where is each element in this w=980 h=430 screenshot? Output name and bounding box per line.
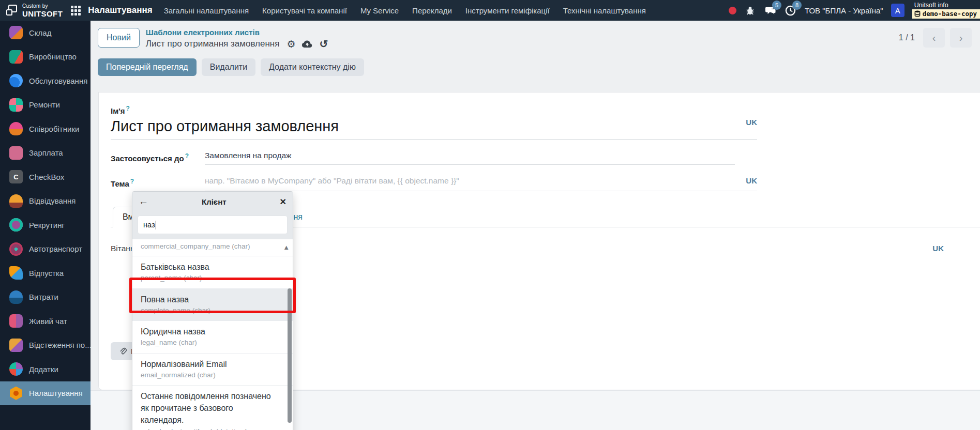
settings-icon [9, 387, 23, 400]
database-icon [914, 10, 921, 17]
menu-general-settings[interactable]: Загальні налаштування [164, 6, 249, 15]
employees-icon [9, 122, 23, 135]
body-lang-badge[interactable]: UK [932, 244, 944, 253]
menu-translations[interactable]: Переклади [412, 6, 452, 15]
popover-title: Клієнт [148, 197, 280, 206]
field-item-calendar-last-notif-ack[interactable]: Останнє повідомлення позначено як прочит… [132, 386, 293, 430]
name-lang-badge[interactable]: UK [746, 118, 757, 127]
subject-input[interactable]: напр. "Вітаємо в MyCompany" або "Раді ві… [205, 176, 746, 186]
apps-grid-icon[interactable] [71, 6, 81, 16]
db-info-label: Unitsoft info [912, 2, 948, 9]
sidebar-item-livechat[interactable]: Живий чат [0, 309, 91, 333]
menu-technical-settings[interactable]: Технічні налаштування [563, 6, 646, 15]
field-item-legal-name[interactable]: Юридична назва legal_name (char) [132, 321, 293, 353]
dynamic-placeholder-popover: ← Клієнт ✕ наз commercial_company_name (… [132, 191, 293, 430]
record-pager: 1 / 1 ‹ › [899, 28, 972, 48]
warehouse-icon [9, 26, 23, 39]
add-context-action-button[interactable]: Додати контекстну дію [261, 58, 364, 76]
maintenance-icon [9, 74, 23, 87]
applies-help-icon[interactable]: ? [185, 152, 189, 160]
tracking-icon [9, 339, 23, 352]
field-item-email-normalized[interactable]: Нормалізований Email email_normalized (c… [132, 354, 293, 386]
popover-search-area: наз [132, 211, 293, 239]
company-switcher[interactable]: ТОВ "БПЛА - Україна" [805, 6, 883, 15]
sidebar-item-recruitment[interactable]: Рекрутинг [0, 213, 91, 237]
pager-counter: 1 / 1 [899, 33, 915, 42]
top-navbar: Custom by UNITSOFT Налаштування Загальні… [0, 0, 980, 21]
sidebar-item-expenses[interactable]: Витрати [0, 285, 91, 310]
breadcrumb: Шаблони електронних листів Лист про отри… [146, 28, 328, 50]
subject-lang-badge[interactable]: UK [746, 176, 757, 186]
action-buttons: Попередній перегляд Видалити Додати конт… [91, 50, 980, 76]
sidebar-item-maintenance[interactable]: Обслуговування [0, 69, 91, 93]
delete-button[interactable]: Видалити [202, 58, 255, 76]
popover-search-input[interactable]: наз [138, 216, 288, 234]
app-sidebar: Склад Виробництво Обслуговування Ремонти… [0, 21, 91, 430]
sidebar-item-repairs[interactable]: Ремонти [0, 93, 91, 117]
pager-previous-button[interactable]: ‹ [923, 28, 945, 48]
messages-badge: 5 [772, 1, 781, 10]
sidebar-item-fleet[interactable]: Автотранспорт [0, 237, 91, 262]
subject-help-icon[interactable]: ? [130, 178, 134, 185]
sidebar-item-manufacturing[interactable]: Виробництво [0, 45, 91, 69]
menu-my-service[interactable]: My Service [360, 6, 399, 15]
timeoff-icon [9, 266, 23, 280]
user-avatar[interactable]: A [891, 4, 904, 17]
field-item-parent-name[interactable]: Батьківська назва parent_name (char) [132, 256, 293, 288]
text-cursor [156, 221, 156, 229]
messages-icon[interactable]: 5 [764, 4, 777, 17]
bug-icon[interactable] [744, 4, 757, 17]
recording-indicator-icon[interactable] [729, 7, 736, 14]
name-field-label: Ім'я [111, 106, 125, 115]
gear-icon[interactable]: ⚙ [287, 38, 295, 50]
sidebar-item-timeoff[interactable]: Відпустка [0, 261, 91, 285]
payroll-icon [9, 146, 23, 160]
sidebar-item-checkbox[interactable]: CCheckBox [0, 165, 91, 189]
sidebar-item-warehouse[interactable]: Склад [0, 21, 91, 45]
activities-clock-icon[interactable]: 8 [785, 4, 797, 17]
sidebar-item-apps[interactable]: Додатки [0, 357, 91, 381]
subject-label: Тема [111, 180, 129, 189]
sidebar-item-payroll[interactable]: Зарплата [0, 141, 91, 165]
breadcrumb-parent-link[interactable]: Шаблони електронних листів [146, 28, 328, 37]
sidebar-item-tracking[interactable]: Відстеження по... [0, 333, 91, 358]
applies-to-label: Застосовується до [111, 155, 184, 163]
popover-header: ← Клієнт ✕ [132, 192, 293, 211]
current-app-menu[interactable]: Налаштування [88, 5, 153, 16]
database-info: Unitsoft info demo-base-copy [912, 2, 980, 19]
applies-to-input[interactable]: Замовлення на продаж [205, 151, 735, 165]
menu-users-companies[interactable]: Користувачі та компанії [262, 6, 347, 15]
pager-next-button[interactable]: › [950, 28, 972, 48]
field-item-complete-name[interactable]: Повна назва complete_name (char) [132, 289, 293, 321]
expenses-icon [9, 290, 23, 304]
popover-scrollbar[interactable] [288, 288, 292, 423]
manufacturing-icon [9, 50, 23, 64]
close-icon[interactable]: ✕ [280, 197, 287, 207]
menu-gamification-tools[interactable]: Інструменти геміфікації [465, 6, 550, 15]
new-button[interactable]: Новий [98, 28, 140, 48]
field-item-commercial-company-name[interactable]: commercial_company_name (char) [132, 239, 293, 256]
attendance-icon [9, 194, 23, 208]
unitsoft-logo: Custom by UNITSOFT [0, 4, 69, 18]
logo-unitsoft: UNITSOFT [22, 10, 63, 18]
scroll-up-icon[interactable]: ▲ [283, 243, 290, 251]
paperclip-icon [119, 347, 127, 356]
top-menu: Загальні налаштування Користувачі та ком… [164, 6, 646, 15]
cloud-save-icon[interactable] [301, 40, 313, 49]
repairs-icon [9, 98, 23, 112]
name-input[interactable]: Лист про отримання замовлення [111, 118, 746, 135]
back-arrow-icon[interactable]: ← [139, 196, 148, 207]
name-help-icon[interactable]: ? [126, 105, 130, 112]
unitsoft-logo-icon [5, 4, 19, 17]
sidebar-item-employees[interactable]: Співробітники [0, 117, 91, 141]
preview-button[interactable]: Попередній перегляд [98, 58, 197, 76]
sidebar-item-settings[interactable]: Налаштування [0, 381, 91, 406]
control-panel: Новий Шаблони електронних листів Лист пр… [91, 21, 980, 50]
discard-undo-icon[interactable]: ↺ [319, 38, 328, 50]
db-name: demo-base-copy [923, 10, 977, 18]
fleet-icon [9, 242, 23, 256]
sidebar-item-attendance[interactable]: Відвідування [0, 189, 91, 213]
breadcrumb-current: Лист про отримання замовлення [146, 39, 280, 49]
livechat-icon [9, 314, 23, 328]
recruitment-icon [9, 218, 23, 232]
